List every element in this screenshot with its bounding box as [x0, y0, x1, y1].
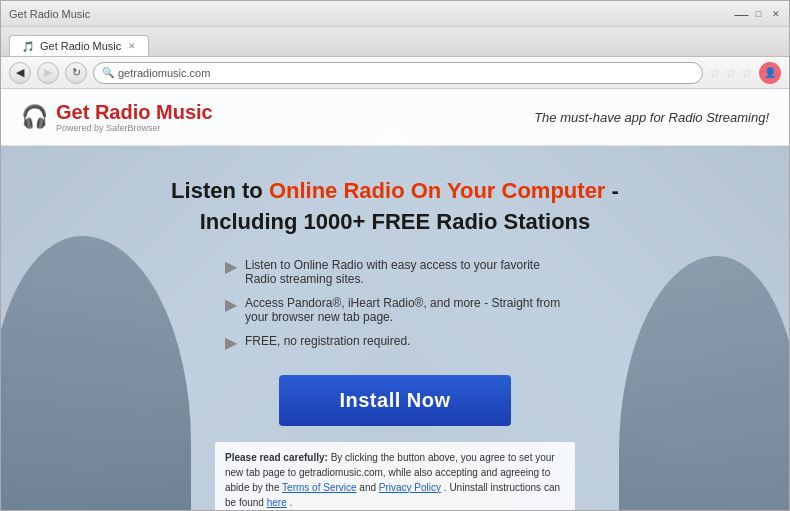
window-controls: — □ ✕ [736, 8, 781, 19]
star-icon-1[interactable]: ☆ [709, 65, 721, 80]
refresh-button[interactable]: ↻ [65, 62, 87, 84]
disclaimer-strong: Please read carefully: [225, 452, 328, 463]
nav-bar: ◀ ▶ ↻ 🔍 getradiomusic.com ☆ ☆ ☆ 👤 [1, 57, 789, 89]
tab-favicon-icon: 🎵 [22, 41, 34, 52]
hero-content: Listen to Online Radio On Your Computer … [1, 146, 789, 510]
tab-bar: 🎵 Get Radio Music ✕ [1, 27, 789, 57]
active-tab[interactable]: 🎵 Get Radio Music ✕ [9, 35, 149, 56]
bullet-icon-3: ▶ [225, 335, 237, 351]
logo-icon: 🎧 [21, 104, 48, 130]
title-bar-title: Get Radio Music [9, 8, 90, 20]
logo: 🎧 Get Radio Music Powered by SaferBrowse… [21, 101, 213, 133]
back-button[interactable]: ◀ [9, 62, 31, 84]
disclaimer-text: Please read carefully: By clicking the b… [215, 442, 575, 510]
feature-item-3: ▶ FREE, no registration required. [225, 334, 565, 351]
address-bar[interactable]: 🔍 getradiomusic.com [93, 62, 703, 84]
terms-of-service-link[interactable]: Terms of Service [282, 482, 356, 493]
star-icon-2[interactable]: ☆ [725, 65, 737, 80]
user-avatar[interactable]: 👤 [759, 62, 781, 84]
browser-window: Get Radio Music — □ ✕ 🎵 Get Radio Music … [0, 0, 790, 511]
bullet-icon-1: ▶ [225, 259, 237, 275]
features-list: ▶ Listen to Online Radio with easy acces… [225, 258, 565, 351]
heading-start: Listen to [171, 178, 269, 203]
address-search-icon: 🔍 [102, 67, 114, 78]
star-icon-3[interactable]: ☆ [741, 65, 753, 80]
install-now-button[interactable]: Install Now [279, 375, 510, 426]
forward-button[interactable]: ▶ [37, 62, 59, 84]
privacy-policy-link[interactable]: Privacy Policy [379, 482, 441, 493]
page-content: 🎧 Get Radio Music Powered by SaferBrowse… [1, 89, 789, 510]
logo-subtitle: Powered by SaferBrowser [56, 123, 213, 133]
feature-text-3: FREE, no registration required. [245, 334, 410, 348]
tab-label: Get Radio Music [40, 40, 121, 52]
feature-item-1: ▶ Listen to Online Radio with easy acces… [225, 258, 565, 286]
hero-section: 🎧 Get Radio Music Powered by SaferBrowse… [1, 89, 789, 510]
maximize-button[interactable]: □ [753, 8, 764, 19]
feature-text-2: Access Pandora®, iHeart Radio®, and more… [245, 296, 565, 324]
logo-text: Get Radio Music Powered by SaferBrowser [56, 101, 213, 133]
tab-close-icon[interactable]: ✕ [128, 41, 136, 51]
title-bar: Get Radio Music — □ ✕ [1, 1, 789, 27]
bullet-icon-2: ▶ [225, 297, 237, 313]
feature-item-2: ▶ Access Pandora®, iHeart Radio®, and mo… [225, 296, 565, 324]
heading-highlight: Online Radio On Your Computer [269, 178, 606, 203]
logo-title: Get Radio Music [56, 101, 213, 123]
minimize-button[interactable]: — [736, 8, 747, 19]
star-icons: ☆ ☆ ☆ [709, 65, 753, 80]
here-link[interactable]: here [267, 497, 287, 508]
disclaimer-dot: . [290, 497, 293, 508]
header-tagline: The must-have app for Radio Streaming! [534, 110, 769, 125]
close-button[interactable]: ✕ [770, 8, 781, 19]
address-text: getradiomusic.com [118, 67, 210, 79]
feature-text-1: Listen to Online Radio with easy access … [245, 258, 565, 286]
title-bar-left: Get Radio Music [9, 8, 90, 20]
main-heading: Listen to Online Radio On Your Computer … [121, 176, 669, 238]
site-header: 🎧 Get Radio Music Powered by SaferBrowse… [1, 89, 789, 146]
disclaimer-mid: and [359, 482, 378, 493]
